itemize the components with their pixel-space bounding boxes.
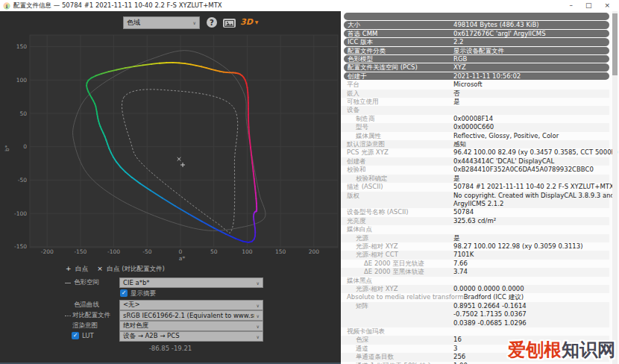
table-row[interactable]: 通道 1 伽玛值于 50% 输入1.00: [341, 362, 609, 364]
comparison-profile-label: 对比配置文件: [72, 310, 110, 320]
table-row[interactable]: 描述 (ASCII)50784 #1 2021-11-11 10-40 2.2 …: [341, 183, 609, 191]
table-row[interactable]: Absolute to media relative transformBrad…: [341, 293, 609, 301]
row-label: 创建于: [344, 72, 453, 80]
scrollbar-thumb[interactable]: [612, 13, 618, 75]
table-row[interactable]: 型号0x0000C660: [341, 123, 609, 131]
rendering-intent-select[interactable]: 绝对色度 ∨: [119, 321, 263, 331]
svg-text:-50: -50: [18, 177, 27, 183]
close-button[interactable]: ×: [604, 0, 610, 11]
comparison-profile-select[interactable]: sRGB IEC61966-2.1 (Equivalent to www.srg…: [119, 310, 263, 321]
table-row[interactable]: 配置文件分类显示设备配置文件: [344, 47, 609, 54]
table-row[interactable]: 可独立使用是: [341, 98, 609, 106]
row-label: 型号: [341, 123, 453, 131]
table-row[interactable]: 首选 CMM0x6172676C 'argl' ArgyllCMS: [344, 30, 609, 37]
row-label: 光源: [341, 234, 453, 242]
lut-label: LUT: [82, 331, 94, 341]
lut-checkbox[interactable]: ✓: [72, 332, 79, 339]
row-label: 媒体白点: [341, 225, 453, 233]
watermark-part1: 爱刨根: [508, 339, 562, 360]
help-button[interactable]: ?: [207, 17, 217, 28]
row-value: 1.00: [453, 362, 609, 364]
threed-view-dropdown[interactable]: 3D ▼: [240, 17, 258, 27]
row-value: RGB: [453, 55, 609, 63]
svg-text:-100: -100: [14, 210, 27, 217]
rendering-intent-select-value: 绝对色度: [123, 321, 148, 330]
table-row[interactable]: ΔE 2000 至黑体轨迹3.74: [341, 268, 609, 276]
row-label: ΔE 2000 至黑体轨迹: [341, 268, 453, 276]
table-row[interactable]: 校验和0xB284410F352A0C6DA45A0789932CBBC0: [341, 166, 609, 174]
chevron-down-icon: ∨: [254, 324, 260, 329]
row-value: 98.27 100.00 122.98 (xy 0.3059 0.3113): [453, 242, 609, 251]
save-image-button[interactable]: [223, 19, 236, 28]
row-label: 平台: [341, 81, 453, 89]
table-row[interactable]: 视频卡伽玛表: [341, 327, 609, 336]
question-mark-icon: ?: [210, 19, 214, 27]
row-value: 3.74: [453, 268, 609, 276]
row-value: XYZ: [453, 63, 609, 71]
table-row[interactable]: 创建于2021-11-11 10:56:02: [344, 72, 609, 80]
chevron-down-icon: ▼: [255, 19, 259, 25]
table-row[interactable]: [344, 13, 609, 20]
row-label: 可独立使用: [341, 98, 453, 106]
row-value: 50784: [453, 208, 609, 216]
table-row[interactable]: PCS 光源 XYZ96.42 100.00 82.49 (xy 0.3457 …: [341, 148, 609, 157]
lut-direction-select[interactable]: 设备 → A2B → PCS ∨: [119, 331, 263, 342]
table-row[interactable]: 光源-相对 XYZ98.27 100.00 122.98 (xy 0.3059 …: [341, 242, 609, 251]
svg-text:-100: -100: [107, 248, 120, 255]
table-row[interactable]: 配置文件关连空间 (PCS)XYZ: [344, 63, 609, 71]
table-row[interactable]: 大小498104 Bytes (486.43 KiB): [344, 21, 609, 28]
chart-legend: + 白点 × 白点 (对比配置文件): [66, 265, 165, 274]
table-row[interactable]: 嵌入否: [341, 90, 609, 98]
table-row[interactable]: 光亮度325.63 cd/m²: [341, 217, 609, 225]
show-summary-checkbox[interactable]: ✓: [120, 289, 128, 297]
chevron-down-icon: ∨: [254, 303, 260, 308]
gamut-chart[interactable]: -200-150-100-50050100150200-150-100-5005…: [0, 31, 341, 265]
whitepoint-plus-marker-icon: +: [66, 265, 72, 272]
table-row[interactable]: 设备: [341, 106, 609, 114]
minimize-button[interactable]: –: [569, 0, 573, 11]
row-value: [453, 13, 609, 20]
row-value: Microsoft: [453, 81, 609, 89]
table-row[interactable]: 色彩模型RGB: [344, 55, 609, 63]
tone-curve-select[interactable]: <无> ∨: [119, 300, 263, 310]
table-row[interactable]: 媒体属性Reflective, Glossy, Positive, Color: [341, 132, 609, 140]
table-row[interactable]: 矩阵0.8951 0.2664 -0.1614-0.7502 1.7135 0.…: [341, 302, 609, 327]
table-row[interactable]: 版权No copyright. Created with DisplayCAL …: [341, 192, 609, 209]
table-row[interactable]: 默认渲染意图感知: [341, 140, 609, 148]
svg-text:50: 50: [210, 248, 218, 255]
table-row[interactable]: 光源是: [341, 234, 609, 242]
row-label: 通道: [341, 345, 453, 353]
chevron-down-icon: ∨: [254, 334, 260, 339]
table-row[interactable]: 光源-相对 CCT7101K: [341, 251, 609, 259]
table-row[interactable]: 光源-相对 XYZ0.0000 0.0000 0.0000: [341, 285, 609, 293]
gamut-plot-panel: 色域 ∨ ? 3D ▼ -200-150-100-50050100150200-…: [0, 11, 341, 364]
row-label: 光源-相对 CCT: [341, 251, 453, 259]
scrollbar-track[interactable]: [612, 11, 618, 364]
row-label: ICC 版本: [344, 38, 453, 46]
row-label: 媒体黑点: [341, 277, 453, 285]
table-row[interactable]: 设备型号名称 (ASCII)50784: [341, 208, 609, 216]
table-row[interactable]: 校验和确定是: [341, 175, 609, 183]
table-row[interactable]: 制造商0x00008F14: [341, 115, 609, 123]
colorspace-select[interactable]: CIE a*b* ∨: [119, 277, 263, 288]
row-value: 7101K: [453, 251, 609, 259]
colorspace-label: 色彩空间: [74, 277, 99, 287]
maximize-button[interactable]: □: [585, 0, 592, 11]
table-row[interactable]: 媒体黑点: [341, 277, 609, 285]
row-value: 0.0000 0.0000 0.0000: [453, 285, 609, 293]
table-row[interactable]: ICC 版本2.2: [344, 38, 609, 46]
row-value: 显示设备配置文件: [453, 47, 609, 54]
row-label: 色深: [341, 336, 453, 344]
row-label: 单通道条目数: [341, 353, 453, 361]
row-value: No copyright. Created with DisplayCAL 3.…: [453, 192, 615, 209]
window-title: 配置文件信息 — 50784 #1 2021-11-11 10-40 2.2 F…: [13, 1, 222, 10]
plot-view-select[interactable]: 色域 ∨: [123, 16, 200, 29]
table-row[interactable]: 平台Microsoft: [341, 81, 609, 89]
table-row[interactable]: 创建者0x4443414C 'DCAL' DisplayCAL: [341, 157, 609, 166]
svg-text:0: 0: [179, 248, 183, 255]
row-label: 校验和: [341, 166, 453, 174]
svg-text:-50: -50: [142, 248, 151, 255]
table-row[interactable]: 媒体白点: [341, 225, 609, 233]
table-row[interactable]: ΔE 2000 至日光轨迹7.66: [341, 260, 609, 268]
row-value: [453, 327, 609, 336]
